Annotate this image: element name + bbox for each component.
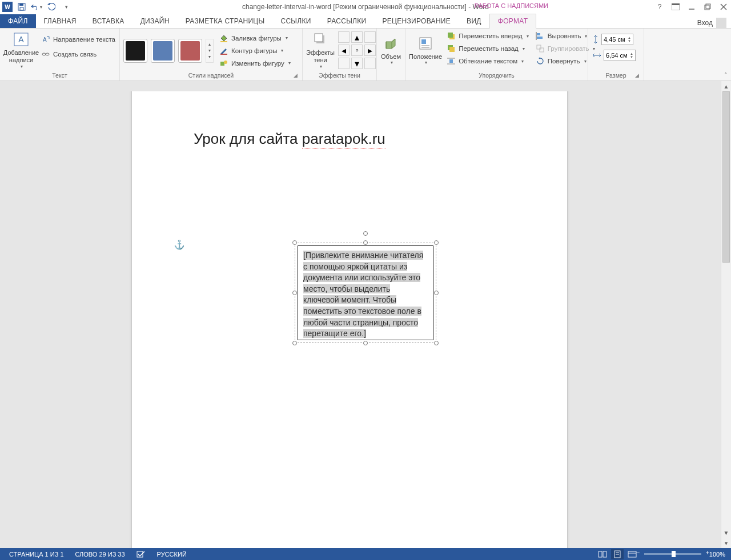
- resize-handle-w[interactable]: [292, 291, 297, 295]
- svg-text:A: A: [43, 37, 47, 43]
- shadow-effects-button[interactable]: Эффекты тени▾: [306, 30, 335, 70]
- print-layout-icon[interactable]: [611, 549, 624, 559]
- svg-rect-36: [540, 48, 544, 52]
- size-launcher-icon[interactable]: ◢: [633, 72, 640, 79]
- zoom-level[interactable]: 100%: [707, 551, 728, 558]
- svg-rect-20: [315, 34, 323, 42]
- title-bar: W ▾ ▾ change-letter-interval-in-word [Ре…: [0, 0, 731, 14]
- resize-handle-n[interactable]: [363, 240, 368, 245]
- svg-rect-4: [672, 3, 680, 5]
- document-title: change-letter-interval-in-word [Режим ог…: [242, 3, 489, 11]
- volume-icon: [383, 35, 399, 51]
- style-swatch-3[interactable]: [178, 39, 202, 63]
- svg-rect-7: [706, 4, 710, 9]
- save-icon[interactable]: [16, 1, 27, 13]
- scroll-up-icon[interactable]: ▲: [721, 81, 731, 91]
- word-app-icon[interactable]: W: [2, 2, 13, 12]
- read-mode-icon[interactable]: [596, 549, 609, 559]
- textbox-selection[interactable]: [Привлеките внимание читателя с помощью …: [295, 243, 436, 343]
- tab-home[interactable]: ГЛАВНАЯ: [36, 14, 85, 28]
- maximize-icon[interactable]: [702, 2, 713, 12]
- create-link-button[interactable]: Создать связь: [39, 49, 118, 60]
- resize-handle-s[interactable]: [363, 341, 368, 345]
- svg-rect-35: [537, 45, 541, 49]
- shape-outline-button[interactable]: Контур фигуры▾: [217, 45, 293, 57]
- tab-review[interactable]: РЕЦЕНЗИРОВАНИЕ: [374, 14, 459, 28]
- zoom-in-icon[interactable]: +: [705, 549, 709, 556]
- resize-handle-se[interactable]: [434, 341, 439, 345]
- help-icon[interactable]: ?: [654, 2, 665, 12]
- volume-button[interactable]: Объем▾: [380, 30, 401, 70]
- nudge-center-icon[interactable]: ◦: [351, 45, 363, 56]
- tab-view[interactable]: ВИД: [459, 14, 489, 28]
- stepper-down-icon[interactable]: ▼: [628, 39, 631, 43]
- ribbon: A Добавление надписи ▾ A Направление тек…: [0, 29, 731, 81]
- text-wrap-button[interactable]: Обтекание текстом▾: [444, 55, 531, 67]
- change-shape-button[interactable]: Изменить фигуру▾: [217, 58, 293, 69]
- avatar[interactable]: [716, 18, 726, 28]
- tab-references[interactable]: ССЫЛКИ: [272, 14, 319, 28]
- zoom-slider[interactable]: − +: [644, 553, 701, 555]
- document-workspace[interactable]: Урок для сайта paratapok.ru ⚓ [Привлекит…: [0, 91, 721, 548]
- tab-file[interactable]: ФАЙЛ: [0, 14, 36, 28]
- textbox-text[interactable]: [Привлеките внимание читателя с помощью …: [303, 251, 423, 338]
- vertical-scrollbar[interactable]: ▲ ▼ ▾: [721, 81, 731, 548]
- page[interactable]: Урок для сайта paratapok.ru ⚓ [Привлекит…: [131, 91, 568, 548]
- rotate-icon: [536, 57, 545, 66]
- bring-forward-button[interactable]: Переместить вперед▾: [444, 30, 531, 42]
- context-tab-label: РАБОТА С НАДПИСЯМИ: [475, 2, 548, 9]
- qat-customize-icon[interactable]: ▾: [61, 1, 72, 13]
- page-heading[interactable]: Урок для сайта paratapok.ru: [194, 130, 385, 148]
- shape-fill-button[interactable]: Заливка фигуры▾: [217, 33, 293, 44]
- group-label-styles: Стили надписей ◢: [123, 71, 299, 80]
- scroll-thumb[interactable]: [722, 91, 730, 263]
- height-field[interactable]: 4,45 см▲▼: [592, 34, 633, 45]
- language-status[interactable]: РУССКИЙ: [151, 551, 192, 558]
- resize-handle-sw[interactable]: [292, 341, 297, 345]
- stepper-down-icon[interactable]: ▼: [630, 55, 633, 59]
- resize-handle-ne[interactable]: [434, 240, 439, 245]
- login-label[interactable]: Вход: [697, 19, 713, 27]
- text-direction-button[interactable]: A Направление текста: [39, 34, 118, 45]
- nudge-down-icon[interactable]: ▾: [351, 58, 363, 69]
- tab-mailings[interactable]: РАССЫЛКИ: [319, 14, 375, 28]
- tab-page-layout[interactable]: РАЗМЕТКА СТРАНИЦЫ: [178, 14, 273, 28]
- zoom-out-icon[interactable]: −: [636, 549, 640, 556]
- nudge-up-icon[interactable]: ▴: [351, 31, 363, 43]
- tab-design[interactable]: ДИЗАЙН: [132, 14, 178, 28]
- undo-icon[interactable]: ▾: [31, 1, 42, 13]
- style-swatch-2[interactable]: [151, 39, 175, 63]
- group-label-text: Текст: [3, 71, 116, 80]
- styles-launcher-icon[interactable]: ◢: [292, 72, 299, 79]
- group-icon: [536, 44, 545, 53]
- tab-format[interactable]: ФОРМАТ: [489, 14, 537, 29]
- style-gallery-expand[interactable]: ▴▾▾: [206, 39, 214, 63]
- scroll-down-icon[interactable]: ▼: [721, 527, 731, 538]
- tab-insert[interactable]: ВСТАВКА: [85, 14, 132, 28]
- close-icon[interactable]: [718, 2, 729, 12]
- anchor-icon[interactable]: ⚓: [174, 239, 185, 250]
- ribbon-display-icon[interactable]: [670, 2, 681, 12]
- proofing-icon[interactable]: [131, 550, 151, 558]
- object-browse-icon[interactable]: ▾: [721, 538, 731, 548]
- resize-handle-nw[interactable]: [292, 240, 297, 245]
- position-button[interactable]: Положение▾: [409, 30, 442, 70]
- page-status[interactable]: СТРАНИЦА 1 ИЗ 1: [3, 551, 70, 558]
- align-icon: [536, 31, 545, 41]
- width-field[interactable]: 6,54 см▲▼: [592, 50, 636, 61]
- minimize-icon[interactable]: [686, 2, 697, 12]
- textbox[interactable]: [Привлеките внимание читателя с помощью …: [298, 245, 433, 340]
- svg-rect-40: [599, 551, 602, 557]
- nudge-right-icon[interactable]: ▸: [364, 45, 376, 56]
- style-swatch-1[interactable]: [123, 39, 147, 63]
- word-count[interactable]: СЛОВО 29 ИЗ 33: [70, 551, 131, 558]
- rotate-handle[interactable]: [363, 231, 368, 236]
- resize-handle-e[interactable]: [434, 291, 439, 295]
- group-label-size: Размер ◢: [592, 71, 640, 80]
- collapse-ribbon-icon[interactable]: ˄: [724, 72, 728, 79]
- zoom-thumb[interactable]: [672, 551, 676, 557]
- add-textbox-button[interactable]: A Добавление надписи ▾: [3, 30, 39, 70]
- redo-icon[interactable]: [46, 1, 57, 13]
- send-backward-button[interactable]: Переместить назад▾: [444, 43, 531, 54]
- nudge-left-icon[interactable]: ◂: [338, 45, 350, 56]
